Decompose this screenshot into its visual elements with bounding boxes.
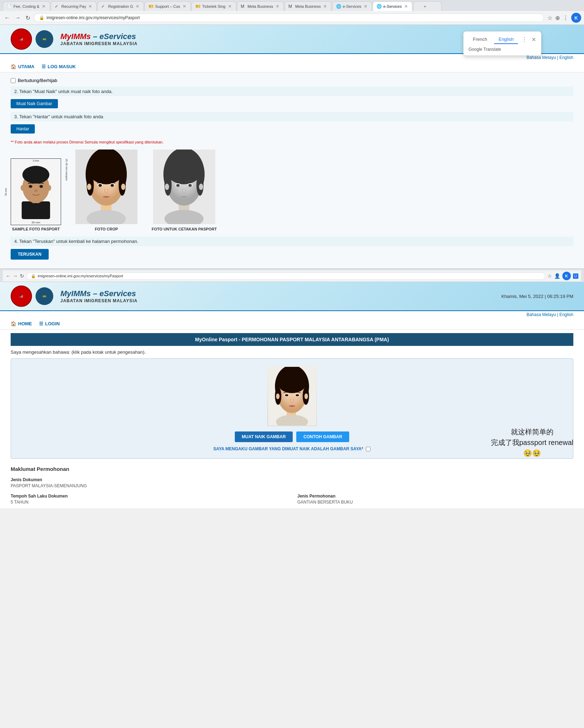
hantar-button[interactable]: Hantar [11,124,35,134]
tab-close-tab3[interactable]: ✕ [135,4,140,9]
step4-instruction: 4. Tekan "Teruskan" untuk kembali ke hal… [11,237,573,246]
photo-section: 25–30 mm menjulur 3 mm 50 mm [11,150,573,231]
nav-bar-top: 🏠 UTAMA ☰ LOG MASUK [0,61,584,72]
svg-point-6 [39,185,43,188]
logo-malaysia-bottom: 🇲🇾 [11,286,32,307]
nav-home-bottom-label: HOME [18,321,32,326]
tab-close-tab2[interactable]: ✕ [88,4,93,9]
tab-favicon-tab1: 📄 [7,4,12,9]
browser-tab-tab8[interactable]: 🌐 e-Services ✕ [332,1,372,11]
tab-title-tab_new: + [424,4,438,9]
confirm-text[interactable]: SAYA MENGAKU GAMBAR YANG DIMUAT NAIK ADA… [213,446,363,451]
step3-instruction: 3. Tekan "Hantar" untuk muatnaik foto an… [11,112,573,121]
address-bar[interactable]: 🔒 imigresen-online.imi.gov.my/eservices/… [34,13,544,22]
svg-point-44 [277,370,307,393]
lang-bar-text: Bahasa Melayu | English [526,55,573,60]
nav-home-bottom[interactable]: 🏠 HOME [11,321,32,326]
tab-favicon-tab_new [417,4,422,9]
tab-title-tab1: Fee, Costing & [13,4,39,9]
nav-home-label: UTAMA [18,64,34,69]
site-title-bottom: MyIMMs – eServices JABATAN IMIGRESEN MAL… [60,289,137,303]
chinese-line3: 🥹🥹 [491,448,573,458]
chinese-line2: 完成了我passport renewal [491,437,573,448]
mini-profile-icon[interactable]: K [562,272,571,280]
tab-close-tab9[interactable]: ✕ [404,4,409,9]
mini-back[interactable]: ← [6,273,11,279]
mini-profile[interactable]: 👤 [554,273,560,279]
form-grid: Jenis Dokumen PASPORT MALAYSIA-SEMENANJU… [11,477,573,505]
tab-favicon-tab3: ✓ [101,4,106,9]
jenis-dokumen-label: Jenis Dokumen [11,477,287,482]
mini-reload[interactable]: ↻ [20,273,24,279]
browser-tab-tab7[interactable]: M Meta Business ✕ [285,1,331,11]
browser-tab-tab1[interactable]: 📄 Fee, Costing & ✕ [3,1,50,11]
nav-login-bottom[interactable]: ☰ LOGIN [39,321,60,326]
tab-close-tab7[interactable]: ✕ [323,4,328,9]
tab-title-tab7: Meta Business [295,4,321,9]
more-icon[interactable]: ⋮ [563,15,568,21]
logo-area: 🇲🇾 IMI [11,28,53,50]
teruskan-button[interactable]: TERUSKAN [11,249,49,260]
field-tempoh-sah: Tempoh Sah Laku Dokumen 5 TAHUN [11,494,287,505]
translate-more-icon[interactable]: ⋮ [521,36,527,43]
contoh-gambar-btn[interactable]: CONTOH GAMBAR [296,431,349,442]
mini-addr-bar: ← → ↻ 🔒 imigresen-online.imi.gov.my/eser… [3,270,581,282]
browser-tab-tab3[interactable]: ✓ Registration G ✕ [97,1,144,11]
home-icon-bottom: 🏠 [11,321,16,326]
hijab-checkbox[interactable] [11,78,16,83]
tab-close-tab4[interactable]: ✕ [182,4,187,9]
browser-tab-tab4[interactable]: 🎫 Support – Cus ✕ [145,1,191,11]
tab-title-tab6: Meta Business [248,4,273,9]
translate-close-icon[interactable]: ✕ [531,36,536,43]
logo-imigresen-bottom: IMI [36,287,53,305]
browser-tab-tab9[interactable]: 🌐 e-Services ✕ [373,1,412,11]
tab-close-tab5[interactable]: ✕ [227,4,232,9]
upload-gambar-button[interactable]: Muat Naik Gambar [11,99,58,108]
bottom-section: 🇲🇾 IMI MyIMMs – eServices JABATAN IMIGRE… [0,282,584,508]
mini-lock-icon: 🔒 [31,274,36,278]
menu-icon: ☰ [42,64,46,69]
tab-title-tab8: e-Services [343,4,361,9]
browser-tab-tab6[interactable]: M Meta Business ✕ [237,1,284,11]
lang-bar-bottom: Bahasa Melayu | English [0,311,584,318]
svg-point-22 [87,184,91,190]
profile-icon[interactable]: K [571,13,581,23]
reload-button[interactable]: ↻ [24,14,32,22]
bookmark-icon[interactable]: ☆ [547,15,552,21]
translate-english-btn[interactable]: English [494,35,518,44]
browser-tab-tab2[interactable]: ✓ Recurring Pay ✕ [51,1,97,11]
lock-icon: 🔒 [39,15,44,20]
top-section: 🇲🇾 IMI MyIMMs – eServices JABATAN IMIGRE… [0,25,584,268]
browser-tab-tab5[interactable]: 🎫 Ticketek Sing ✕ [191,1,236,11]
photo3-label: FOTO UNTUK CETAKAN PASPORT [152,227,217,231]
muat-naik-btn[interactable]: MUAT NAIK GAMBAR [235,431,293,442]
forward-button[interactable]: → [13,14,22,22]
svg-point-9 [48,185,51,191]
content-area-top: Bertudung/Berhijab 2. Tekan "Muat Naik" … [0,72,584,268]
svg-point-5 [29,185,32,188]
site-title-area: MyIMMs – eServices JABATAN IMIGRESEN MAL… [60,32,137,46]
tab-close-tab8[interactable]: ✕ [363,4,368,9]
browser-tab-tab_new[interactable]: + [413,1,442,11]
nav-home[interactable]: 🏠 UTAMA [11,64,34,69]
tab-favicon-tab8: 🌐 [336,4,341,9]
confirm-checkbox[interactable] [366,447,371,451]
logo-area-bottom: 🇲🇾 IMI [11,286,53,307]
form-section-title: Maklumat Permohonan [11,466,573,472]
step2-instruction: 2. Tekan "Muat Naik" untuk muat naik fot… [11,87,573,96]
back-button[interactable]: ← [3,14,11,22]
verify-text: Saya mengesahkan bahawa: (klik pada kota… [11,349,573,355]
svg-point-15 [88,156,124,184]
upload-btn-row: MUAT NAIK GAMBAR CONTOH GAMBAR [18,431,566,442]
field-placeholder [297,477,573,488]
extension-icon[interactable]: ⊕ [555,15,560,21]
photo1-label: SAMPLE FOTO PASPORT [11,227,61,231]
tab-close-tab6[interactable]: ✕ [275,4,280,9]
translate-french-btn[interactable]: French [469,35,491,44]
tab-close-tab1[interactable]: ✕ [41,4,46,9]
mini-forward[interactable]: → [13,273,18,279]
mini-bookmark[interactable]: ☆ [547,273,552,279]
nav-bar-bottom: 🏠 HOME ☰ LOGIN [0,318,584,330]
mini-url-text: imigresen-online.imi.gov.my/eservices/my… [38,274,123,278]
nav-menu[interactable]: ☰ LOG MASUK [42,64,76,69]
